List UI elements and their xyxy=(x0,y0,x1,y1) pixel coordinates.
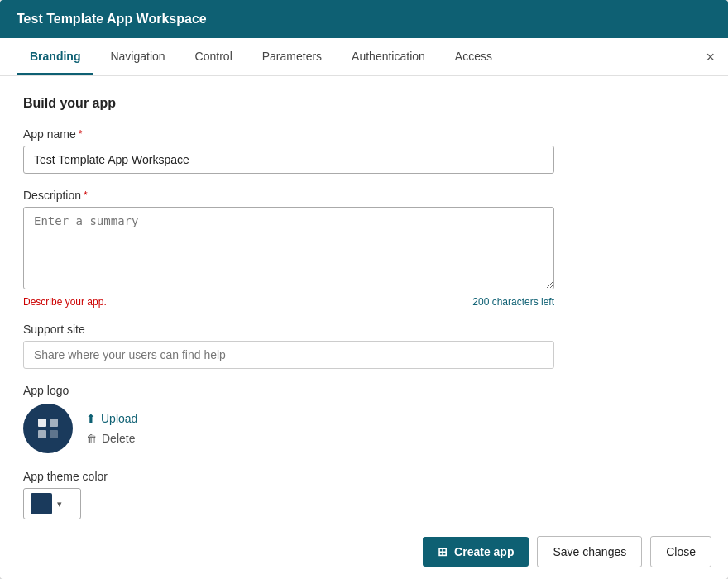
app-theme-color-label: App theme color xyxy=(23,470,705,483)
app-name-required: * xyxy=(79,128,83,140)
app-name-label: App name * xyxy=(23,127,705,141)
svg-rect-0 xyxy=(38,419,46,427)
tab-access[interactable]: Access xyxy=(442,38,505,75)
tab-bar: Branding Navigation Control Parameters A… xyxy=(0,38,728,76)
delete-icon: 🗑 xyxy=(86,433,97,445)
description-error-hint: Describe your app. xyxy=(23,296,107,308)
tab-parameters[interactable]: Parameters xyxy=(249,38,335,75)
create-app-button[interactable]: ⊞ Create app xyxy=(423,537,529,567)
app-logo-group: App logo ⬆ Upload 🗑 xyxy=(23,384,705,453)
tab-branding[interactable]: Branding xyxy=(17,38,93,75)
section-title: Build your app xyxy=(23,96,705,111)
color-picker-button[interactable]: ▾ xyxy=(23,488,81,519)
chevron-down-icon: ▾ xyxy=(57,499,62,510)
save-changes-button[interactable]: Save changes xyxy=(537,536,642,567)
app-logo-content: ⬆ Upload 🗑 Delete xyxy=(23,404,705,453)
app-logo-preview xyxy=(23,404,73,453)
support-site-label: Support site xyxy=(23,323,705,336)
modal-close-tab-button[interactable]: × xyxy=(706,50,715,65)
modal-body: Build your app App name * Description * … xyxy=(0,76,728,524)
delete-logo-button[interactable]: 🗑 Delete xyxy=(86,432,137,445)
create-icon: ⊞ xyxy=(438,545,448,558)
close-button[interactable]: Close xyxy=(650,536,711,567)
svg-rect-1 xyxy=(50,419,58,427)
tab-navigation[interactable]: Navigation xyxy=(97,38,178,75)
close-label: Close xyxy=(666,545,696,558)
create-app-label: Create app xyxy=(454,545,514,558)
upload-logo-button[interactable]: ⬆ Upload xyxy=(86,412,137,425)
description-group: Description * Describe your app. 200 cha… xyxy=(23,189,705,308)
support-site-input[interactable] xyxy=(23,341,554,369)
description-label: Description * xyxy=(23,189,705,202)
logo-actions: ⬆ Upload 🗑 Delete xyxy=(86,412,137,445)
app-theme-color-group: App theme color ▾ xyxy=(23,470,705,519)
description-required: * xyxy=(84,189,88,201)
modal-header: Test Template App Workspace xyxy=(0,0,728,38)
modal-title: Test Template App Workspace xyxy=(17,12,207,26)
description-hints: Describe your app. 200 characters left xyxy=(23,296,554,308)
app-logo-icon xyxy=(33,414,63,443)
color-swatch xyxy=(31,493,52,514)
tab-authentication[interactable]: Authentication xyxy=(338,38,438,75)
description-textarea[interactable] xyxy=(23,207,554,290)
upload-label: Upload xyxy=(101,412,137,425)
modal-container: Test Template App Workspace Branding Nav… xyxy=(0,0,728,579)
svg-rect-2 xyxy=(38,430,46,438)
upload-icon: ⬆ xyxy=(86,412,96,425)
app-name-input[interactable] xyxy=(23,146,554,174)
description-char-counter: 200 characters left xyxy=(472,296,554,308)
support-site-group: Support site xyxy=(23,323,705,369)
delete-label: Delete xyxy=(102,432,135,445)
save-changes-label: Save changes xyxy=(553,545,626,558)
tab-control[interactable]: Control xyxy=(182,38,246,75)
svg-rect-3 xyxy=(50,430,58,438)
modal-footer: ⊞ Create app Save changes Close xyxy=(0,524,728,579)
app-name-group: App name * xyxy=(23,127,705,174)
app-logo-label: App logo xyxy=(23,384,705,397)
